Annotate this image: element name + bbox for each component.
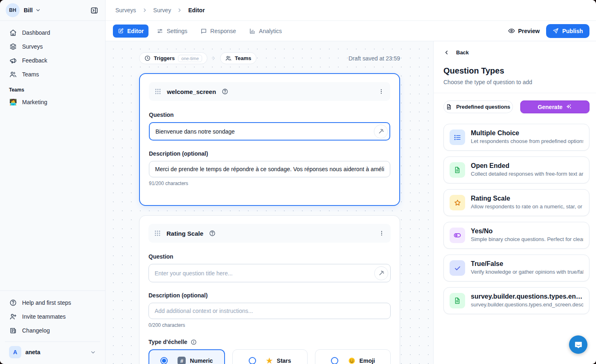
preview-button[interactable]: Preview	[508, 27, 540, 34]
panel-title: Question Types	[443, 66, 589, 76]
tab-response[interactable]: Response	[196, 25, 241, 38]
account-avatar: A	[9, 346, 21, 358]
tab-label: Response	[210, 28, 236, 34]
card-menu-button[interactable]	[378, 88, 385, 95]
question-title-input[interactable]	[149, 122, 390, 141]
check-icon	[450, 260, 465, 276]
description-input[interactable]	[148, 303, 391, 319]
sidebar-item-teams[interactable]: Teams	[5, 67, 100, 81]
chevron-down-icon	[90, 349, 96, 355]
sidebar-item-marketing[interactable]: 🧑‍💻 Marketing	[5, 95, 100, 109]
tab-settings[interactable]: Settings	[152, 25, 192, 38]
breadcrumb-surveys[interactable]: Surveys	[115, 7, 136, 13]
sidebar-item-changelog[interactable]: Changelog	[5, 324, 100, 337]
question-title-input[interactable]	[148, 264, 391, 282]
panel-toggle-icon	[90, 7, 98, 14]
sidebar-item-label: Help and first steps	[22, 299, 71, 306]
question-type-description: Allow respondents to rate on a numeric, …	[471, 203, 583, 210]
workspace-avatar: BH	[6, 3, 20, 17]
ai-rewrite-button[interactable]	[374, 266, 388, 280]
question-label: Question	[148, 253, 391, 260]
question-type-description: survey.builder.questions.types.end_scree…	[471, 301, 583, 308]
question-card-rating-scale[interactable]: Rating Scale Question	[139, 215, 400, 364]
sidebar-item-label: Invite teammates	[22, 313, 66, 320]
sidebar-collapse-button[interactable]	[88, 4, 100, 16]
teams-section-label: Teams	[5, 81, 100, 95]
sidebar-item-invite[interactable]: Invite teammates	[5, 310, 100, 324]
question-type-yes-no[interactable]: Yes/No Simple binary choice questions. P…	[443, 222, 589, 249]
question-type-description: Simple binary choice questions. Perfect …	[471, 236, 583, 242]
main-area: Surveys Survey Editor Editor Setting	[106, 0, 596, 364]
preview-label: Preview	[518, 28, 540, 34]
question-type-name: Rating Scale	[471, 195, 583, 202]
question-type-multiple-choice[interactable]: Multiple Choice Let respondents choose f…	[443, 124, 589, 151]
survey-canvas: Triggers one-time Teams Draft saved at 2…	[106, 41, 433, 364]
scale-type-options: # Numeric ★ Stars	[148, 349, 391, 364]
workspace-name: Bill	[24, 7, 33, 13]
sidebar-item-feedback[interactable]: Feedback	[5, 54, 100, 67]
chevron-right-icon	[211, 55, 217, 61]
sidebar-item-label: Dashboard	[22, 29, 50, 36]
triggers-label: Triggers	[154, 55, 175, 61]
question-card-title: welcome_screen	[167, 88, 216, 95]
sidebar-item-label: Teams	[22, 71, 39, 78]
char-count: 0/200 characters	[148, 322, 391, 328]
panel-subtitle: Choose the type of question to add	[443, 79, 589, 85]
intercom-chat-button[interactable]	[569, 335, 587, 354]
question-card-header[interactable]: welcome_screen	[149, 82, 390, 101]
drag-handle-icon[interactable]	[154, 230, 161, 237]
sidebar-item-dashboard[interactable]: Dashboard	[5, 26, 100, 40]
ai-rewrite-button[interactable]	[374, 125, 388, 138]
tab-analytics[interactable]: Analytics	[244, 25, 287, 38]
help-circle-icon	[9, 299, 17, 306]
question-card-welcome-screen[interactable]: welcome_screen Question	[139, 73, 400, 206]
account-name: aneta	[25, 349, 40, 355]
scale-option-emoji[interactable]: Emoji	[315, 349, 391, 364]
app-window: BH Bill Dashboard Surv	[0, 0, 596, 364]
scale-option-stars[interactable]: ★ Stars	[232, 349, 308, 364]
sliders-icon	[157, 28, 163, 34]
newspaper-icon	[9, 327, 17, 334]
generate-button[interactable]: Generate	[520, 100, 590, 113]
bar-chart-icon	[249, 28, 256, 34]
sidebar-item-surveys[interactable]: Surveys	[5, 40, 100, 54]
help-circle-icon[interactable]	[209, 230, 216, 237]
question-type-end-screen[interactable]: survey.builder.questions.types.end_scr..…	[443, 287, 589, 314]
account-switcher[interactable]: A aneta	[5, 342, 100, 364]
sidebar-item-label: Surveys	[22, 43, 43, 50]
triggers-pill[interactable]: Triggers one-time	[139, 52, 207, 64]
question-type-true-false[interactable]: True/False Verify knowledge or gather op…	[443, 255, 589, 281]
chevron-down-icon	[35, 7, 41, 13]
description-label: Description (optional)	[148, 292, 391, 299]
predefined-questions-button[interactable]: Predefined questions	[443, 100, 513, 113]
char-count: 91/200 characters	[149, 181, 390, 186]
divider	[434, 93, 596, 93]
teams-pill[interactable]: Teams	[220, 52, 256, 64]
home-icon	[9, 29, 17, 36]
sidebar-item-help[interactable]: Help and first steps	[5, 296, 100, 310]
help-circle-icon[interactable]	[222, 88, 228, 95]
question-type-rating-scale[interactable]: Rating Scale Allow respondents to rate o…	[443, 189, 589, 216]
radio-selected-icon	[160, 357, 168, 364]
drag-handle-icon[interactable]	[155, 88, 161, 95]
sidebar: BH Bill Dashboard Surv	[0, 0, 106, 364]
users-icon	[9, 71, 17, 78]
back-button[interactable]: Back	[443, 49, 589, 56]
question-card-header[interactable]: Rating Scale	[148, 224, 391, 243]
generate-label: Generate	[538, 104, 562, 110]
question-type-open-ended[interactable]: Open Ended Collect detailed responses wi…	[443, 156, 589, 183]
breadcrumb-survey[interactable]: Survey	[153, 7, 171, 13]
question-card-title: Rating Scale	[166, 230, 203, 237]
clock-icon	[144, 55, 151, 61]
publish-button[interactable]: Publish	[546, 24, 589, 38]
editor-toolbar: Editor Settings Response Analytics	[106, 21, 596, 41]
workspace-switcher[interactable]: BH Bill	[0, 0, 105, 21]
sidebar-footer: Help and first steps Invite teammates Ch…	[0, 290, 105, 364]
info-icon[interactable]	[191, 339, 197, 345]
tab-editor[interactable]: Editor	[113, 25, 148, 38]
description-input[interactable]	[149, 161, 390, 177]
tab-label: Settings	[166, 28, 187, 34]
scale-option-numeric[interactable]: # Numeric	[148, 349, 225, 364]
card-menu-button[interactable]	[378, 230, 385, 237]
chevron-left-icon	[443, 49, 450, 56]
